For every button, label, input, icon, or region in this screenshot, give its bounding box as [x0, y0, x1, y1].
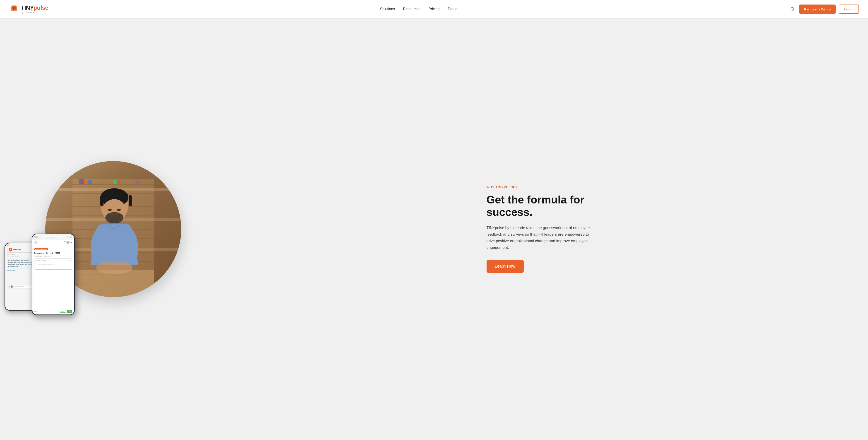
nav-item-demo[interactable]: Demo [448, 7, 458, 11]
phone2-survey-title: Engagement Survey Q4 / 2021 [32, 251, 74, 255]
svg-rect-12 [136, 181, 139, 184]
phone2-nav-bar: ⊞ ☰ [32, 240, 74, 245]
phone2-textarea[interactable]: Give as much detail as you like. [34, 263, 72, 270]
phone2-page-count: 3 of 18 [34, 311, 38, 312]
phone2-badge-area: Anonymous Survey [32, 245, 74, 251]
hero-section: 10:19 4G ▪ 40% ‹ TINYpulse Text Message … [0, 18, 868, 440]
phone2-menu-icon: ☰ [70, 241, 72, 244]
phone2-dropdown-chevron: ▾ [70, 259, 71, 261]
phone2-status-bar: 10:02 https://app.tinypulse.com/home/...… [32, 234, 74, 240]
phone2-back-button[interactable]: Back [60, 310, 66, 313]
tinypulse-logo-small [9, 248, 11, 251]
svg-rect-9 [88, 180, 92, 184]
phone2-textarea-placeholder: Give as much detail as you like. [36, 264, 55, 265]
phone2-signal: 4G ▪ 40% [67, 236, 72, 238]
logo-sub-text: by Limeade [21, 11, 48, 13]
hero-headline-line2: success. [487, 206, 532, 218]
phone2-url-bar: https://app.tinypulse.com/home/... [41, 236, 63, 238]
svg-point-19 [108, 209, 112, 211]
logo-icon [9, 4, 19, 14]
phone2-icon-grid: ⊞ [64, 241, 65, 244]
main-nav: Solutions Resources Pricing Demo [380, 7, 457, 11]
person-image [72, 179, 154, 297]
svg-point-18 [105, 212, 123, 224]
phone2-question: How happy are you at work? [32, 255, 74, 258]
request-demo-button[interactable]: Request a Demo [799, 4, 836, 14]
login-button[interactable]: Login [839, 4, 859, 14]
nav-item-resources[interactable]: Resources [403, 7, 420, 11]
svg-rect-7 [79, 179, 84, 184]
phone-mockup-2: 10:02 https://app.tinypulse.com/home/...… [32, 234, 75, 315]
phone2-nav-buttons: Back Next [60, 310, 72, 313]
nav-item-pricing[interactable]: Pricing [429, 7, 440, 11]
svg-line-1 [794, 10, 795, 11]
svg-rect-10 [113, 180, 117, 184]
learn-how-button[interactable]: Learn How [487, 260, 524, 273]
phone-app-name-1: TINYpulse [13, 249, 21, 251]
logo-tiny-text: TINY [21, 4, 33, 11]
search-icon [790, 6, 795, 11]
svg-rect-11 [117, 180, 120, 184]
hero-headline-line1: Get the formula for [487, 194, 584, 206]
header-actions: Request a Demo Login [789, 4, 859, 14]
phone2-nav-logo [34, 241, 37, 244]
phone2-footer: 3 of 18 Back Next [32, 310, 74, 313]
phone2-next-button[interactable]: Next [67, 310, 72, 313]
svg-rect-22 [72, 270, 154, 297]
svg-rect-15 [100, 195, 103, 206]
hero-description: TINYpulse by Limeade takes the guesswork… [487, 225, 595, 251]
logo-pulse-text: pulse [33, 4, 48, 11]
logo[interactable]: TINYpulse by Limeade [9, 4, 48, 14]
phone-avatar-small [11, 286, 13, 288]
phone-camera-icon: ⊙ [8, 286, 10, 288]
phone-back-icon: ‹ [7, 248, 8, 251]
phone2-anonymous-badge: Anonymous Survey [34, 248, 48, 251]
svg-rect-16 [129, 195, 132, 206]
header: TINYpulse by Limeade Solutions Resources… [0, 0, 868, 18]
search-button[interactable] [789, 6, 796, 12]
phone2-dropdown-placeholder: Choose an option [36, 259, 46, 261]
phone-screen-2: 10:02 https://app.tinypulse.com/home/...… [32, 234, 74, 315]
svg-point-20 [117, 209, 121, 211]
hero-headline: Get the formula for success. [487, 194, 850, 218]
hero-content: WHY TINYPULSE? Get the formula for succe… [477, 172, 868, 287]
phone2-avatar [66, 241, 69, 244]
phone2-time: 10:02 [34, 236, 38, 238]
why-label: WHY TINYPULSE? [487, 185, 850, 189]
hero-visual: 10:19 4G ▪ 40% ‹ TINYpulse Text Message … [0, 141, 477, 317]
svg-rect-8 [84, 180, 88, 184]
nav-item-solutions[interactable]: Solutions [380, 7, 395, 11]
phone2-dropdown[interactable]: Choose an option ▾ [34, 259, 72, 262]
phone-app-logo [9, 248, 12, 252]
phone2-nav-icons: ⊞ ☰ [64, 241, 72, 244]
phone-time-1: 10:19 [7, 245, 10, 246]
